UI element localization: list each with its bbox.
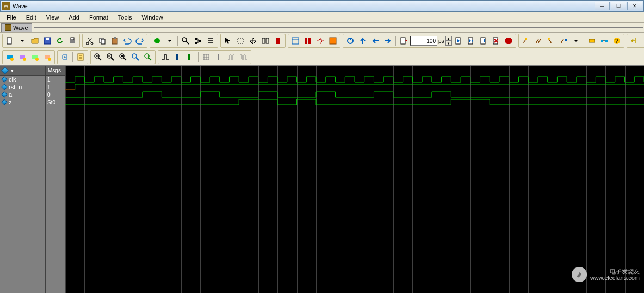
add-log-button[interactable] [29,51,41,63]
cursor1-button[interactable] [520,35,532,47]
grid-button[interactable] [200,51,212,63]
svg-point-48 [23,58,26,61]
zoom-out-button[interactable] [104,51,116,63]
minimize-button[interactable]: ─ [595,2,610,10]
new-button[interactable] [4,35,16,47]
select-mode-button[interactable] [222,35,234,47]
cursor2-button[interactable] [532,35,544,47]
layout-button[interactable] [289,35,301,47]
run-all-button[interactable] [465,35,477,47]
menu-edit[interactable]: Edit [22,13,41,22]
signal-row-clk[interactable]: clk [0,76,45,83]
pan-mode-button[interactable] [247,35,259,47]
zoom-range-button[interactable] [142,51,154,63]
run-back-button[interactable] [369,35,381,47]
continue-button[interactable] [478,35,490,47]
menu-file[interactable]: File [2,13,21,22]
signal-format-button[interactable] [225,51,237,63]
run-time-input[interactable] [410,36,437,46]
waveform-clk [65,76,644,83]
cursor-dropdown[interactable] [570,35,582,47]
step-button[interactable] [398,35,410,47]
memory-button[interactable] [586,35,598,47]
svg-rect-16 [199,40,201,42]
signal-panel-header[interactable]: ▾ [0,66,45,76]
edit-mode-button[interactable] [259,35,271,47]
svg-point-25 [319,39,322,42]
svg-rect-0 [7,38,11,44]
menu-view[interactable]: View [42,13,64,22]
break-button[interactable] [272,35,284,47]
wave-tab[interactable]: Wave [1,23,32,32]
undo-button[interactable] [121,35,133,47]
wave-format-logic-button[interactable] [159,51,171,63]
svg-rect-38 [601,40,603,42]
menu-format[interactable]: Format [85,13,113,22]
maximize-button[interactable]: ☐ [611,2,626,10]
run-button[interactable] [453,35,465,47]
save-button[interactable] [41,35,53,47]
divider-button[interactable] [213,51,225,63]
wave-format-literal-button[interactable] [172,51,184,63]
signal-row-rst_n[interactable]: rst_n [0,83,45,91]
properties-button[interactable] [75,51,86,63]
filter-button[interactable] [327,35,339,47]
signal-row-a[interactable]: a [0,91,45,98]
copy-button[interactable] [96,35,108,47]
redo-button[interactable] [134,35,146,47]
signal-value-z: St0 [46,98,65,106]
svg-point-34 [525,38,527,40]
menu-tools[interactable]: Tools [114,13,137,22]
expand-button[interactable] [59,51,71,63]
run-forward-button[interactable] [382,35,394,47]
wave-format-analog-button[interactable] [184,51,196,63]
tile-button[interactable] [302,35,314,47]
open-button[interactable] [29,35,41,47]
structure-button[interactable] [192,35,204,47]
waveform-canvas[interactable] [65,66,644,293]
signal-format2-button[interactable] [238,51,250,63]
edge-next-button[interactable] [641,35,644,47]
zoom-full-button[interactable] [117,51,129,63]
reload-button[interactable] [54,35,66,47]
settings-button[interactable] [314,35,326,47]
compile-button[interactable] [151,35,163,47]
toolbar-area: ps ▲▼ ? [0,33,644,65]
svg-rect-20 [276,38,280,44]
print-button[interactable] [66,35,78,47]
svg-line-57 [111,58,114,60]
svg-rect-4 [71,38,74,40]
compile-dropdown[interactable] [164,35,176,47]
svg-rect-8 [101,39,105,44]
add-dataflow-button[interactable] [41,51,53,63]
menu-add[interactable]: Add [64,13,84,22]
svg-point-63 [145,54,149,58]
zoom-mode-button[interactable] [234,35,246,47]
signal-row-z[interactable]: z [0,98,45,106]
run-up-button[interactable] [357,35,369,47]
cursor-link-button[interactable] [558,35,569,47]
zoom-in-button[interactable] [92,51,104,63]
edge-prev-button[interactable] [628,35,640,47]
restart-button[interactable] [344,35,356,47]
paste-button[interactable] [109,35,121,47]
break-sim-button[interactable] [490,35,502,47]
svg-rect-39 [605,40,608,42]
zoom-cursor-button[interactable] [129,51,141,63]
signal-name-label: rst_n [9,84,22,90]
cursor3-button[interactable] [545,35,557,47]
find-button[interactable] [179,35,191,47]
help-button[interactable]: ? [611,35,623,47]
list-button[interactable] [205,35,216,47]
cut-button[interactable] [84,35,96,47]
stop-button[interactable] [503,35,515,47]
add-wave-button[interactable] [4,51,16,63]
time-spinner[interactable]: ▲▼ [445,36,452,46]
menu-window[interactable]: Window [137,13,167,22]
menubar: File Edit View Add Format Tools Window [0,12,644,23]
close-button[interactable]: ✕ [627,2,642,10]
new-dropdown[interactable] [16,35,28,47]
svg-point-50 [35,58,39,61]
add-list-button[interactable] [16,51,28,63]
dataflow-button[interactable] [598,35,610,47]
